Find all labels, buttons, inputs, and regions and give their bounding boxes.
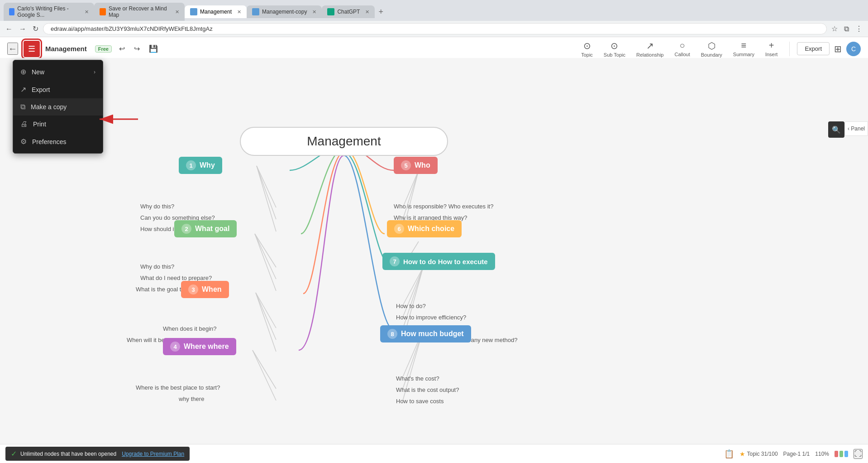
zoom-level: 110% <box>815 451 829 457</box>
mondly-favicon <box>100 8 106 15</box>
extensions-button[interactable]: ⧉ <box>842 23 851 35</box>
back-button[interactable]: ← <box>4 23 14 35</box>
toolbar-topic[interactable]: ⊙ Topic <box>577 39 597 59</box>
pages-view-button[interactable]: 📋 <box>724 449 734 459</box>
svg-line-15 <box>403 267 423 305</box>
tab-management-copy[interactable]: Management-copy ✕ <box>247 5 322 18</box>
back-to-home[interactable]: ← <box>7 43 18 55</box>
sub-who-1: Who is responsible? Who executes it? <box>394 203 493 210</box>
svg-line-0 <box>257 166 276 207</box>
sub-why-1: Why do this? <box>140 203 174 210</box>
tab-label-chatgpt: ChatGPT <box>337 9 360 15</box>
topic-node-what-goal[interactable]: 2 What goal <box>174 220 237 237</box>
menu-item-print[interactable]: 🖨 Print <box>13 116 103 133</box>
notification-text: Unlimited nodes that have been opened <box>20 451 116 457</box>
toolbar-summary[interactable]: ≡ Summary <box>729 39 759 59</box>
sub-how-much-budget-3: How to save costs <box>396 398 444 405</box>
new-tab-button[interactable]: + <box>375 5 387 19</box>
dropdown-menu: ⊕ New › ↗ Export ⧉ Make a copy 🖨 Print ⚙… <box>13 60 103 154</box>
topic-node-why[interactable]: 1 Why <box>179 157 222 174</box>
toolbar-boundary[interactable]: ⬡ Boundary <box>696 39 727 59</box>
sub-how-to-do-1: How to do? <box>396 303 426 309</box>
topic-badge-when: 3 <box>188 285 198 294</box>
central-node[interactable]: Management <box>240 127 448 156</box>
menu-make-copy-label: Make a copy <box>31 103 67 111</box>
topic-badge-where: 4 <box>170 342 180 352</box>
tab-close-management-copy[interactable]: ✕ <box>312 9 316 15</box>
mgmt-copy-favicon <box>252 8 259 15</box>
user-avatar[interactable]: C <box>846 42 861 56</box>
topic-node-how-to-do[interactable]: 7 How to do How to execute <box>382 253 495 270</box>
theme-bar-3 <box>844 451 848 457</box>
toolbar-insert-label: Insert <box>765 52 778 57</box>
search-toggle[interactable]: 🔍 <box>828 121 844 138</box>
topic-node-how-much-budget[interactable]: 8 How much budget <box>380 325 471 342</box>
undo-button[interactable]: ↩ <box>117 43 127 55</box>
toolbar-insert[interactable]: + Insert <box>761 39 782 59</box>
menu-new-label: New <box>32 68 44 76</box>
menu-item-export[interactable]: ↗ Export <box>13 81 103 98</box>
topic-node-who[interactable]: 5 Who <box>394 157 438 174</box>
topic-node-which-choice[interactable]: 6 Which choice <box>387 220 462 237</box>
toolbar-boundary-label: Boundary <box>701 52 722 58</box>
theme-bar-1 <box>835 451 838 457</box>
menu-item-make-copy[interactable]: ⧉ Make a copy <box>13 98 103 116</box>
page-info: Page-1 1/1 <box>783 451 810 457</box>
svg-line-3 <box>255 234 276 267</box>
panel-toggle[interactable]: ‹ Panel <box>844 121 868 136</box>
tab-chatgpt[interactable]: ChatGPT ✕ <box>322 5 375 18</box>
check-icon: ✓ <box>11 449 17 458</box>
sub-when-1: When does it begin? <box>163 325 217 332</box>
tab-mondly[interactable]: Save or Recover a Mind Map ✕ <box>94 3 185 21</box>
toolbar-summary-label: Summary <box>733 52 754 57</box>
svg-line-2 <box>257 166 276 232</box>
apps-icon[interactable]: ⊞ <box>834 43 842 54</box>
upgrade-link[interactable]: Upgrade to Premium Plan <box>122 451 184 457</box>
tab-close-mondly[interactable]: ✕ <box>175 9 179 15</box>
topic-badge-which-choice: 6 <box>394 224 404 234</box>
forward-button[interactable]: → <box>17 23 28 35</box>
callout-icon: ○ <box>680 40 685 51</box>
export-button[interactable]: Export <box>797 42 830 55</box>
tab-management[interactable]: Management ✕ <box>185 5 247 18</box>
tab-close-management[interactable]: ✕ <box>237 9 241 15</box>
refresh-button[interactable]: ↻ <box>31 23 40 35</box>
toolbar-relationship-label: Relationship <box>636 52 664 58</box>
topic-badge-how-to-do: 7 <box>390 256 400 266</box>
topic-counter-icon: ★ <box>739 450 745 458</box>
toolbar-group: ⊙ Topic ⊙ Sub Topic ↗ Relationship ○ Cal… <box>577 39 782 59</box>
sub-what-goal-1: Why do this? <box>140 263 174 270</box>
bookmark-button[interactable]: ☆ <box>830 23 839 35</box>
bottom-notification: ✓ Unlimited nodes that have been opened … <box>5 447 190 461</box>
svg-line-9 <box>253 350 276 389</box>
topic-node-when[interactable]: 3 When <box>181 281 229 298</box>
toolbar-subtopic-label: Sub Topic <box>604 52 625 58</box>
topic-node-where[interactable]: 4 Where where <box>163 338 236 355</box>
menu-button[interactable]: ☰ <box>24 41 40 57</box>
topic-label-what-goal: What goal <box>195 225 229 233</box>
fullscreen-button[interactable]: ⛶ <box>854 449 863 459</box>
menu-export-label: Export <box>32 86 50 93</box>
document-title: Management <box>45 45 87 53</box>
tab-google[interactable]: Carlo's Writing Files - Google S... ✕ <box>4 3 94 21</box>
svg-line-6 <box>256 293 276 328</box>
chatgpt-favicon <box>327 8 334 15</box>
save-button[interactable]: 💾 <box>147 43 160 55</box>
toolbar-relationship[interactable]: ↗ Relationship <box>632 39 668 59</box>
zoom-controls: 110% <box>815 451 829 457</box>
tab-close-chatgpt[interactable]: ✕ <box>365 9 369 15</box>
toolbar-subtopic[interactable]: ⊙ Sub Topic <box>599 39 630 59</box>
sub-where-2: why there <box>179 395 204 402</box>
address-bar[interactable] <box>43 23 827 34</box>
mgmt-favicon <box>190 8 197 15</box>
menu-item-new[interactable]: ⊕ New › <box>13 63 103 81</box>
menu-item-preferences[interactable]: ⚙ Preferences <box>13 133 103 150</box>
topic-counter: ★ Topic 31/100 <box>739 450 778 458</box>
more-button[interactable]: ⋮ <box>854 23 864 35</box>
toolbar-callout[interactable]: ○ Callout <box>670 39 695 59</box>
tab-close-google[interactable]: ✕ <box>85 9 89 15</box>
tab-label-management-copy: Management-copy <box>262 9 307 15</box>
redo-button[interactable]: ↪ <box>132 43 142 55</box>
new-arrow-icon: › <box>94 69 95 75</box>
topic-label-when: When <box>202 285 222 294</box>
